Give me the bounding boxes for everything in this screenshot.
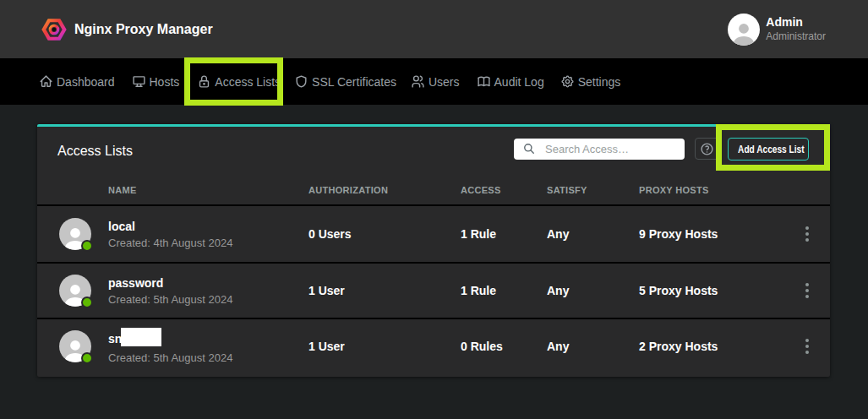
users-icon [411,74,425,89]
access-list-name: local [108,220,232,233]
row-avatar [59,218,91,250]
main-nav: Dashboard Hosts Access Lists SSL Certifi… [0,58,868,105]
row-avatar [59,275,91,307]
column-header-access: ACCESS [461,185,547,195]
redaction-box [121,328,161,346]
help-button[interactable] [695,138,719,160]
proxy-hosts-value: 9 Proxy Hosts [639,227,801,241]
app-logo-icon [41,16,68,43]
proxy-hosts-value: 2 Proxy Hosts [639,340,801,353]
nav-item-users[interactable]: Users [411,74,460,89]
user-name: Admin [766,16,826,29]
app-title: Nginx Proxy Manager [74,22,213,37]
row-menu-button[interactable] [801,280,813,302]
column-header-authorization: AUTHORIZATION [308,185,461,195]
authorization-value: 1 User [308,284,461,297]
status-online-dot [81,240,93,252]
search-icon [523,143,535,155]
nav-item-settings[interactable]: Settings [560,74,621,89]
help-icon [700,142,714,156]
access-value: 1 Rule [461,227,547,241]
access-value: 0 Rules [461,340,547,353]
table-row[interactable]: sn Created: 5th August 2024 1 User 0 Rul… [37,318,830,373]
book-icon [477,74,491,89]
column-header-satisfy: SATISFY [547,185,639,195]
nav-item-audit-log[interactable]: Audit Log [477,74,544,89]
monitor-icon [132,74,146,89]
user-menu[interactable]: Admin Administrator [728,14,826,46]
nav-item-dashboard[interactable]: Dashboard [39,74,115,89]
status-online-dot [81,352,93,364]
table-row[interactable]: password Created: 5th August 2024 1 User… [37,262,830,318]
gear-icon [560,74,575,89]
proxy-hosts-value: 5 Proxy Hosts [639,284,801,297]
column-header-proxy-hosts: PROXY HOSTS [639,185,801,195]
access-list-created: Created: 5th August 2024 [108,293,232,306]
nav-item-hosts[interactable]: Hosts [132,74,180,89]
home-icon [39,74,53,89]
access-lists-card: Access Lists Add Access List NAME AUTHOR… [37,124,830,377]
access-value: 1 Rule [461,284,547,297]
nav-item-ssl-certificates[interactable]: SSL Certificates [294,74,396,89]
access-list-name: password [108,276,232,290]
add-access-list-button[interactable]: Add Access List [728,138,809,161]
status-online-dot [81,297,93,308]
row-menu-button[interactable] [801,335,813,357]
row-menu-button[interactable] [801,223,813,245]
app-header: Nginx Proxy Manager Admin Administrator [0,0,868,58]
column-header-name: NAME [59,185,308,195]
shield-icon [294,74,308,89]
satisfy-value: Any [547,227,639,241]
user-avatar [728,14,760,46]
user-role: Administrator [766,30,826,43]
search-input[interactable] [514,139,685,160]
satisfy-value: Any [547,340,639,353]
authorization-value: 0 Users [308,227,461,241]
lock-icon [197,74,211,89]
card-title: Access Lists [57,144,133,159]
authorization-value: 1 User [308,340,461,353]
nav-item-access-lists[interactable]: Access Lists [197,74,281,89]
access-list-created: Created: 5th August 2024 [108,351,232,364]
access-list-created: Created: 4th August 2024 [108,237,232,249]
card-header: Access Lists Add Access List [37,127,830,176]
satisfy-value: Any [547,284,639,297]
search-box [514,139,685,160]
table-header: NAME AUTHORIZATION ACCESS SATISFY PROXY … [37,176,830,206]
row-avatar [59,330,91,362]
access-list-name: sn [108,329,232,348]
table-row[interactable]: local Created: 4th August 2024 0 Users 1… [37,206,830,262]
